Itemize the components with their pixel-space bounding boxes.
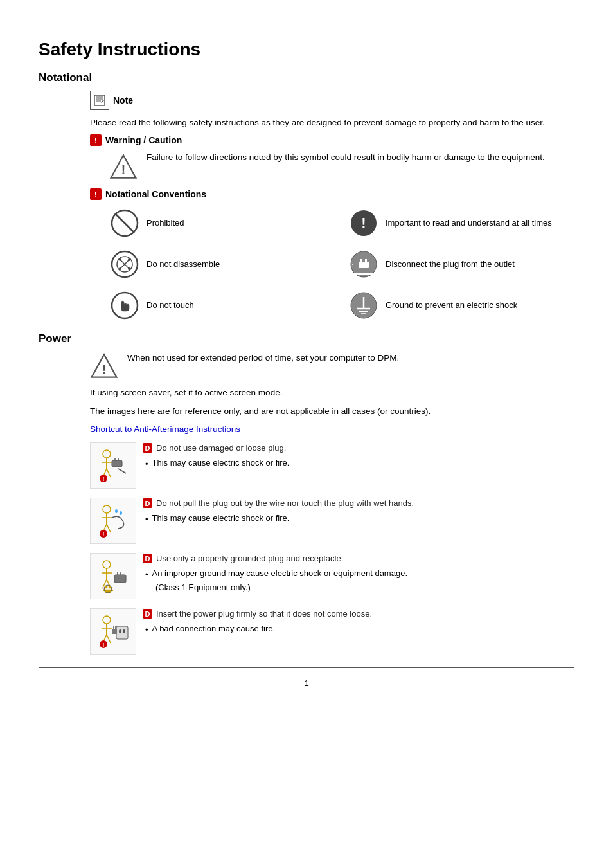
plug-image-3 xyxy=(94,557,132,595)
power-item-2-main-text: Do not pull the plug out by the wire nor… xyxy=(156,498,414,509)
shortcut-text[interactable]: Shortcut to Anti-Afterimage Instructions xyxy=(90,423,574,436)
svg-rect-21 xyxy=(360,259,362,263)
power-item-2: ! D Do not pull the plug out by the wire… xyxy=(90,498,574,544)
warning-badge-icon: ! xyxy=(90,134,102,146)
power-item-2-image: ! xyxy=(90,498,136,544)
pencil-icon xyxy=(93,94,106,107)
svg-point-18 xyxy=(128,267,130,270)
power-content: ! When not used for extended period of t… xyxy=(90,352,574,655)
convention-disconnect: Disconnect the plug from the outlet xyxy=(348,246,574,282)
caution-text: Failure to follow directions noted by th… xyxy=(147,151,545,164)
power-item-4-main: D Insert the power plug firmly so that i… xyxy=(143,608,574,620)
power-item-2-bullet: • This may cause electric shock or fire. xyxy=(145,512,574,526)
svg-text:!: ! xyxy=(102,363,106,377)
svg-point-16 xyxy=(128,258,130,261)
svg-marker-4 xyxy=(101,100,104,103)
power-item-3-main: D Use only a properly grounded plug and … xyxy=(143,553,574,565)
power-item-4-main-text: Insert the power plug firmly so that it … xyxy=(156,608,372,620)
red-badge-4: D xyxy=(143,609,152,619)
no-disassemble-label: Do not disassemble xyxy=(147,258,220,270)
power-item-3-text: D Use only a properly grounded plug and … xyxy=(143,553,574,592)
svg-rect-58 xyxy=(114,575,126,583)
convention-important: ! Important to read and understand at al… xyxy=(348,205,574,241)
power-item-1-main-text: Do not use damaged or loose plug. xyxy=(156,442,286,454)
svg-point-66 xyxy=(103,616,111,624)
bottom-border xyxy=(39,667,574,668)
important-label: Important to read and understand at all … xyxy=(386,217,552,229)
warning-caution-text: Warning / Caution xyxy=(105,135,182,145)
convention-no-disassemble: Do not disassemble xyxy=(109,246,335,282)
svg-point-50 xyxy=(120,511,122,515)
prohibited-label: Prohibited xyxy=(147,217,184,229)
convention-no-touch: Do not touch xyxy=(109,287,335,323)
power-item-1-image: ! xyxy=(90,442,136,489)
svg-point-15 xyxy=(119,258,121,261)
no-disassemble-icon xyxy=(109,249,140,280)
svg-rect-38 xyxy=(112,460,122,467)
convention-ground: Ground to prevent an electric shock xyxy=(348,287,574,323)
svg-line-70 xyxy=(107,635,111,643)
svg-line-37 xyxy=(107,469,111,477)
power-item-1-bullet: • This may cause electric shock or fire. xyxy=(145,457,574,471)
conventions-title: Notational Conventions xyxy=(105,189,206,199)
plug-image-4: ! xyxy=(94,612,132,651)
power-warning-row: ! When not used for extended period of t… xyxy=(90,352,574,380)
no-touch-label: Do not touch xyxy=(147,300,194,311)
power-item-1: ! D Do not use damaged or loose plug. • … xyxy=(90,442,574,489)
conventions-badge-icon: ! xyxy=(90,188,102,200)
svg-rect-20 xyxy=(359,262,369,268)
power-item-3-image xyxy=(90,553,136,599)
svg-point-49 xyxy=(115,509,118,513)
important-icon: ! xyxy=(348,208,379,239)
ground-label: Ground to prevent an electric shock xyxy=(386,300,517,311)
svg-text:!: ! xyxy=(103,476,105,482)
power-item-1-main: D Do not use damaged or loose plug. xyxy=(143,442,574,454)
svg-rect-74 xyxy=(112,629,117,634)
no-touch-icon xyxy=(109,290,140,321)
power-item-3: D Use only a properly grounded plug and … xyxy=(90,553,574,599)
red-badge-2: D xyxy=(143,498,152,508)
power-section-title: Power xyxy=(39,332,574,345)
convention-prohibited: Prohibited xyxy=(109,205,335,241)
dpm-text: When not used for extended period of tim… xyxy=(127,352,574,365)
svg-point-73 xyxy=(123,629,125,633)
ground-icon xyxy=(348,290,379,321)
screen-saver-text: If using screen saver, set it to active … xyxy=(90,386,574,399)
page-title: Safety Instructions xyxy=(39,39,574,60)
power-item-1-text: D Do not use damaged or loose plug. • Th… xyxy=(143,442,574,471)
reference-text: The images here are for reference only, … xyxy=(90,405,574,418)
svg-rect-22 xyxy=(365,259,367,263)
page-number: 1 xyxy=(39,678,574,694)
power-item-4-bullet-text: A bad connection may cause fire. xyxy=(152,622,276,635)
svg-point-33 xyxy=(103,450,111,458)
power-item-2-main: D Do not pull the plug out by the wire n… xyxy=(143,498,574,509)
caution-row: ! Failure to follow directions noted by … xyxy=(109,151,574,181)
conventions-grid: Prohibited ! Important to read and under… xyxy=(109,205,574,323)
svg-text:!: ! xyxy=(103,531,105,538)
plug-image-1: ! xyxy=(94,446,132,485)
power-item-3-bullet: • An improper ground may cause electric … xyxy=(145,567,574,581)
page: Safety Instructions Notational Note Plea… xyxy=(0,0,613,868)
caution-triangle-icon: ! xyxy=(109,152,138,181)
note-box: Note xyxy=(90,91,574,110)
svg-point-72 xyxy=(119,629,121,633)
power-item-4-bullet: • A bad connection may cause fire. xyxy=(145,622,574,637)
power-item-4-image: ! xyxy=(90,608,136,655)
notational-content: Note Please read the following safety in… xyxy=(90,91,574,323)
svg-text:!: ! xyxy=(361,215,366,231)
svg-text:!: ! xyxy=(103,642,105,648)
svg-line-8 xyxy=(115,213,134,233)
power-item-1-bullet-text: This may cause electric shock or fire. xyxy=(152,457,290,469)
power-item-2-text: D Do not pull the plug out by the wire n… xyxy=(143,498,574,526)
svg-line-48 xyxy=(107,524,111,532)
prohibited-icon xyxy=(109,208,140,239)
svg-text:!: ! xyxy=(121,163,125,177)
power-item-3-bullet-text: An improper ground may cause electric sh… xyxy=(152,567,407,580)
power-item-3-sub-note: (Class 1 Equipment only.) xyxy=(155,583,574,592)
power-triangle-icon: ! xyxy=(90,352,118,380)
plug-image-2: ! xyxy=(94,502,132,540)
red-badge-1: D xyxy=(143,443,152,453)
disconnect-label: Disconnect the plug from the outlet xyxy=(386,258,515,270)
svg-line-43 xyxy=(118,469,126,473)
svg-point-53 xyxy=(103,561,111,568)
